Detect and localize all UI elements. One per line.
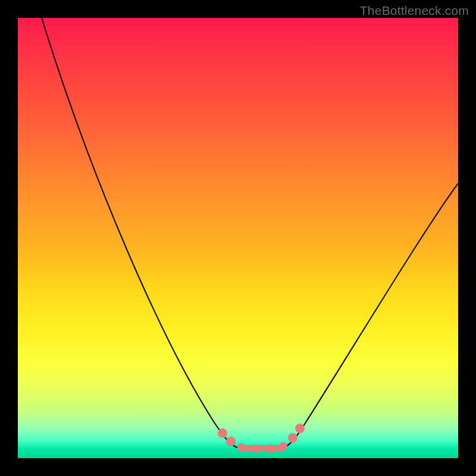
marker-point bbox=[279, 442, 287, 450]
chart-svg bbox=[18, 18, 458, 458]
marker-point bbox=[237, 443, 246, 452]
curve-left-branch bbox=[42, 18, 237, 447]
marker-point bbox=[218, 428, 227, 438]
valley-highlight-bar bbox=[239, 445, 286, 451]
marker-point bbox=[295, 424, 305, 433]
curve-right-branch bbox=[284, 183, 458, 447]
watermark-label: TheBottleneck.com bbox=[360, 4, 469, 18]
chart-frame: TheBottleneck.com bbox=[0, 0, 476, 476]
marker-point bbox=[226, 437, 236, 446]
plot-area bbox=[18, 18, 458, 458]
marker-point bbox=[266, 444, 274, 453]
marker-point bbox=[252, 444, 260, 453]
marker-point bbox=[288, 433, 298, 443]
